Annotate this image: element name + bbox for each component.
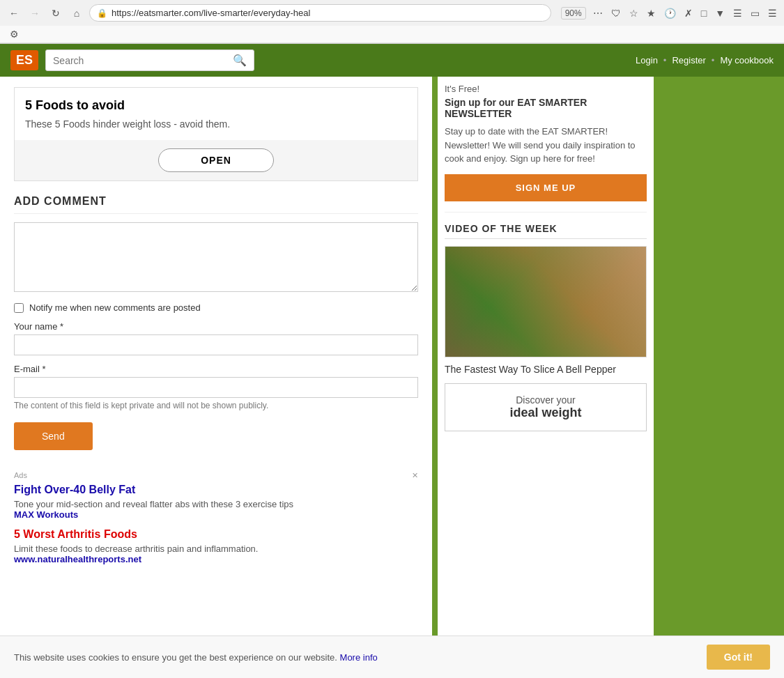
notify-row: Notify me when new comments are posted — [14, 302, 418, 313]
url-text: https://eatsmarter.com/live-smarter/ever… — [112, 8, 544, 18]
site-logo[interactable]: ES — [10, 50, 38, 70]
my-cookbook-link[interactable]: My cookbook — [720, 55, 774, 66]
cookie-text: This website uses cookies to ensure you … — [14, 652, 693, 663]
video-thumb-inner — [445, 247, 646, 357]
video-section-title: VIDEO OF THE WEEK — [445, 223, 647, 239]
back-button[interactable]: ← — [6, 5, 22, 22]
ads-header: Ads ✕ — [14, 471, 418, 480]
cookie-banner: This website uses cookies to ensure you … — [0, 635, 784, 678]
name-field-group: Your name * — [14, 321, 418, 355]
search-bar[interactable]: 🔍 — [45, 49, 254, 71]
home-button[interactable]: ⌂ — [68, 5, 85, 22]
send-button[interactable]: Send — [14, 422, 93, 450]
ads-label: Ads — [14, 471, 27, 480]
forward-button[interactable]: → — [26, 5, 43, 22]
sidebar-newsletter: It's Free! Sign up for our EAT SMARTER N… — [445, 84, 647, 213]
name-label: Your name * — [14, 321, 418, 332]
cookie-more-info-link[interactable]: More info — [340, 652, 378, 663]
bookmark-button[interactable]: ★ — [645, 6, 657, 20]
ad2-link[interactable]: www.naturalhealthreports.net — [14, 554, 418, 564]
zoom-level[interactable]: 90% — [561, 7, 586, 20]
reload-button[interactable]: ↻ — [47, 5, 64, 22]
main-menu-button[interactable]: ☰ — [767, 6, 778, 20]
browser-actions: 90% ⋯ 🛡 ☆ ★ 🕐 ✗ □ ▼ ☰ ▭ ☰ — [561, 6, 778, 20]
newsletter-title: Sign up for our EAT SMARTER NEWSLETTER — [445, 97, 647, 119]
ad-banner-line2: ideal weight — [456, 406, 636, 420]
promo-button-area: OPEN — [15, 140, 417, 180]
download-button[interactable]: ▼ — [714, 6, 726, 20]
star-button[interactable]: ☆ — [628, 6, 640, 20]
page-outer: ES 🔍 Login • Register • My cookbook 5 Fo… — [0, 44, 784, 678]
newsletter-free: It's Free! — [445, 84, 647, 94]
notify-checkbox[interactable] — [14, 303, 24, 313]
got-it-button[interactable]: Got it! — [707, 645, 770, 670]
email-required: * — [42, 364, 45, 374]
ad-close-icon: ✕ — [412, 471, 418, 480]
gear-button[interactable]: ⚙ — [6, 27, 23, 41]
ad-banner-line1: Discover your — [456, 394, 636, 406]
email-label: E-mail * — [14, 364, 418, 374]
ad2-title[interactable]: 5 Worst Arthritis Foods — [14, 528, 418, 541]
site-header: ES 🔍 Login • Register • My cookbook — [0, 44, 784, 77]
content-area: 5 Foods to avoid These 5 Foods hinder we… — [0, 77, 432, 590]
clock-button[interactable]: 🕐 — [663, 6, 677, 20]
ads-section: Ads ✕ Fight Over-40 Belly Fat Tone your … — [14, 464, 418, 580]
video-title[interactable]: The Fastest Way To Slice A Bell Pepper — [445, 363, 647, 377]
sign-up-button[interactable]: SIGN ME UP — [445, 174, 647, 201]
add-comment-title: ADD COMMENT — [14, 195, 418, 214]
lock-icon: 🔒 — [97, 8, 107, 18]
comment-section: ADD COMMENT Notify me when new comments … — [14, 195, 418, 450]
login-link[interactable]: Login — [636, 55, 658, 66]
ad-item-1: Fight Over-40 Belly Fat Tone your mid-se… — [14, 484, 418, 520]
newsletter-desc: Stay up to date with the EAT SMARTER! Ne… — [445, 125, 647, 166]
sidebar: It's Free! Sign up for our EAT SMARTER N… — [438, 77, 654, 678]
name-required: * — [60, 321, 63, 332]
library-button[interactable]: ☰ — [732, 6, 744, 20]
header-nav: Login • Register • My cookbook — [636, 55, 774, 66]
ad1-link[interactable]: MAX Workouts — [14, 509, 418, 520]
cookie-message: This website uses cookies to ensure you … — [14, 652, 337, 663]
menu-bar: ⚙ — [0, 26, 784, 43]
address-bar[interactable]: 🔒 https://eatsmarter.com/live-smarter/ev… — [89, 4, 551, 22]
shield-button[interactable]: 🛡 — [610, 6, 622, 20]
x-button[interactable]: ✗ — [683, 6, 694, 20]
video-thumbnail[interactable] — [445, 246, 647, 357]
ad-item-2: 5 Worst Arthritis Foods Limit these food… — [14, 528, 418, 564]
extra-menu-button[interactable]: ⋯ — [592, 6, 604, 20]
ad2-text: Limit these foods to decrease arthritis … — [14, 544, 418, 554]
email-field-group: E-mail * The content of this field is ke… — [14, 364, 418, 410]
browser-toolbar: ← → ↻ ⌂ 🔒 https://eatsmarter.com/live-sm… — [0, 0, 784, 26]
sidebar-button[interactable]: ▭ — [749, 6, 761, 20]
ad1-title[interactable]: Fight Over-40 Belly Fat — [14, 484, 418, 496]
open-button[interactable]: OPEN — [158, 148, 274, 172]
main-content: 5 Foods to avoid These 5 Foods hinder we… — [0, 77, 432, 678]
ad-banner: Discover your ideal weight — [445, 383, 647, 431]
email-hint: The content of this field is kept privat… — [14, 401, 418, 410]
register-link[interactable]: Register — [672, 55, 705, 66]
promo-content: 5 Foods to avoid These 5 Foods hinder we… — [15, 88, 417, 140]
name-input[interactable] — [14, 334, 418, 355]
promo-title: 5 Foods to avoid — [25, 98, 407, 113]
promo-text: These 5 Foods hinder weight loss - avoid… — [25, 118, 407, 130]
nav-dot-2: • — [712, 55, 715, 66]
comment-textarea[interactable] — [14, 222, 418, 292]
promo-box: 5 Foods to avoid These 5 Foods hinder we… — [14, 87, 418, 181]
page-wrapper: 5 Foods to avoid These 5 Foods hinder we… — [0, 77, 784, 678]
video-section: VIDEO OF THE WEEK The Fastest Way To Sli… — [445, 223, 647, 377]
browser-chrome: ← → ↻ ⌂ 🔒 https://eatsmarter.com/live-sm… — [0, 0, 784, 44]
copy-button[interactable]: □ — [700, 6, 708, 20]
notify-label: Notify me when new comments are posted — [29, 302, 201, 313]
email-input[interactable] — [14, 377, 418, 398]
nav-dot-1: • — [663, 55, 667, 66]
search-input[interactable] — [53, 55, 233, 66]
ad1-text: Tone your mid-section and reveal flatter… — [14, 499, 418, 509]
search-icon: 🔍 — [233, 54, 247, 67]
